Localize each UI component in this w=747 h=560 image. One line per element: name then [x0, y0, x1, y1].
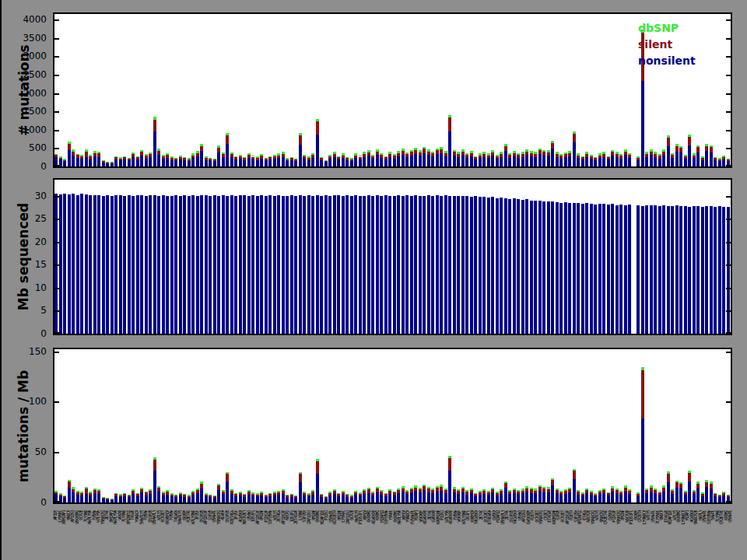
- bar-segment-silent: [393, 492, 396, 495]
- bar-segment-nonsilent: [354, 158, 357, 166]
- bar-segment-silent: [260, 493, 263, 495]
- bar-segment-dbsnp: [183, 494, 186, 495]
- bar-segment-nonsilent: [205, 496, 208, 502]
- bar-segment-mb sequenced: [577, 203, 580, 334]
- sample-bar: [320, 196, 323, 334]
- bar-segment-silent: [611, 152, 614, 156]
- bar-segment-mb sequenced: [513, 198, 516, 334]
- bar-segment-nonsilent: [448, 131, 451, 166]
- sample-bar: [191, 195, 195, 334]
- sample-bar: [615, 152, 619, 166]
- bar-segment-nonsilent: [688, 481, 691, 502]
- bar-segment-nonsilent: [251, 495, 254, 502]
- sample-bar: [500, 198, 503, 334]
- sample-bar: [337, 493, 340, 502]
- bar-segment-silent: [654, 154, 657, 157]
- bar-segment-nonsilent: [453, 156, 456, 166]
- bar-segment-nonsilent: [461, 155, 465, 166]
- bar-segment-dbsnp: [89, 492, 92, 493]
- sample-bar: [419, 150, 422, 166]
- bar-segment-silent: [465, 492, 468, 494]
- bar-segment-silent: [675, 482, 679, 488]
- sample-bar: [448, 196, 451, 334]
- bar-segment-nonsilent: [268, 496, 272, 502]
- bar-segment-mb sequenced: [342, 196, 345, 334]
- bar-segment-silent: [136, 494, 139, 495]
- bar-segment-dbsnp: [427, 149, 430, 152]
- bar-segment-mb sequenced: [637, 205, 640, 334]
- bar-segment-mb sequenced: [200, 195, 203, 334]
- plot-area-rate: [54, 349, 731, 502]
- sample-bar: [611, 204, 614, 334]
- bar-segment-nonsilent: [277, 158, 280, 166]
- legend-item-nonsilent: nonsilent: [638, 53, 696, 69]
- y-tick: [54, 111, 59, 113]
- bar-segment-dbsnp: [461, 149, 465, 152]
- bar-segment-silent: [419, 489, 422, 492]
- bar-segment-nonsilent: [384, 496, 388, 502]
- y-tick: [54, 288, 59, 289]
- sample-bar: [76, 153, 79, 166]
- sample-bar: [72, 149, 75, 166]
- sample-bar: [277, 195, 280, 334]
- bar-segment-dbsnp: [542, 487, 545, 488]
- sample-bar: [688, 135, 691, 166]
- bar-segment-dbsnp: [110, 162, 114, 163]
- bar-segment-dbsnp: [693, 153, 696, 155]
- bar-segment-nonsilent: [504, 488, 507, 502]
- bar-segment-nonsilent: [307, 496, 310, 502]
- bar-segment-silent: [333, 491, 336, 494]
- bar-segment-nonsilent: [448, 471, 451, 502]
- bar-segment-silent: [556, 154, 559, 157]
- sample-bar: [444, 195, 447, 334]
- bar-segment-mb sequenced: [106, 195, 109, 334]
- y-tick-label: 25: [0, 214, 47, 223]
- bar-segment-silent: [436, 150, 439, 154]
- bar-segment-silent: [444, 490, 447, 493]
- sample-bar: [675, 144, 679, 166]
- bar-segment-silent: [551, 480, 554, 485]
- bar-segment-silent: [615, 154, 619, 157]
- bar-segment-mb sequenced: [354, 195, 357, 334]
- bar-segment-nonsilent: [628, 158, 631, 166]
- bar-segment-silent: [97, 491, 100, 494]
- bar-segment-silent: [547, 152, 550, 156]
- bar-segment-silent: [234, 494, 237, 496]
- y-tick: [54, 352, 59, 353]
- sample-bar: [80, 194, 83, 334]
- bar-segment-silent: [461, 152, 465, 156]
- bar-segment-nonsilent: [222, 494, 225, 502]
- bar-segment-mb sequenced: [213, 195, 216, 334]
- sample-bar: [423, 485, 426, 502]
- sample-bar: [602, 204, 605, 334]
- sample-bar: [153, 117, 156, 166]
- bar-segment-mb sequenced: [534, 201, 537, 334]
- y-tick: [54, 219, 59, 220]
- sample-bar: [645, 152, 648, 166]
- sample-bar: [637, 205, 640, 334]
- bar-segment-dbsnp: [675, 481, 679, 483]
- sample-bar: [525, 149, 528, 166]
- sample-bar: [140, 488, 143, 502]
- sample-bar: [268, 493, 272, 502]
- bar-segment-dbsnp: [328, 492, 331, 493]
- bar-segment-dbsnp: [667, 135, 670, 138]
- bar-segment-dbsnp: [410, 150, 413, 152]
- sample-bar: [410, 488, 413, 502]
- sample-bar: [123, 156, 126, 166]
- bar-segment-silent: [436, 488, 439, 492]
- bar-segment-nonsilent: [615, 493, 619, 502]
- bar-segment-silent: [114, 494, 117, 496]
- sample-bar: [667, 471, 670, 502]
- bar-segment-dbsnp: [470, 151, 473, 152]
- bar-segment-nonsilent: [637, 496, 640, 502]
- bar-segment-nonsilent: [350, 161, 353, 166]
- bar-segment-silent: [714, 158, 717, 160]
- bar-segment-silent: [85, 152, 88, 157]
- sample-bar: [191, 153, 195, 166]
- bar-segment-mb sequenced: [491, 197, 494, 334]
- bar-segment-silent: [615, 490, 619, 493]
- sample-bar: [701, 156, 704, 166]
- sample-bar: [294, 495, 297, 502]
- bar-segment-dbsnp: [645, 488, 648, 490]
